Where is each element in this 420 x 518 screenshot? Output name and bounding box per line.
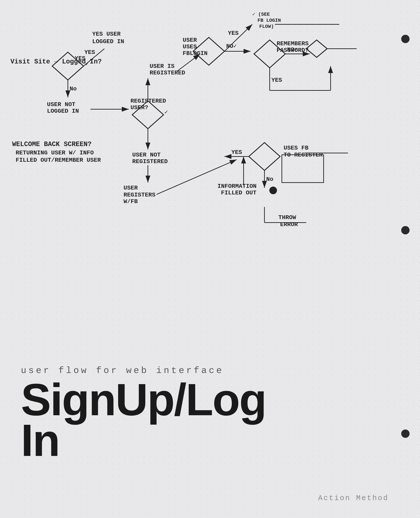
svg-text:No: No	[266, 176, 273, 183]
svg-text:No: No	[70, 86, 77, 92]
svg-text:NO✓: NO✓	[226, 43, 237, 50]
svg-text:WELCOME BACK SCREEN?: WELCOME BACK SCREEN?	[12, 141, 91, 148]
svg-rect-60	[282, 155, 324, 183]
svg-point-63	[269, 187, 277, 194]
svg-text:RETURNING USER W/ INFO: RETURNING USER W/ INFO	[16, 149, 94, 156]
svg-text:REGISTERED: REGISTERED	[132, 158, 168, 165]
svg-text:FLOW): FLOW)	[259, 24, 274, 29]
svg-text:USES: USES	[183, 44, 197, 50]
svg-text:YES: YES	[271, 77, 282, 83]
svg-text:✓: ✓	[165, 109, 168, 116]
action-method-label: Action Method	[318, 494, 389, 502]
svg-text:FILLED OUT/REMEMBER USER: FILLED OUT/REMEMBER USER	[16, 157, 101, 163]
svg-text:USER: USER	[124, 185, 138, 191]
svg-text:FILLED OUT: FILLED OUT	[221, 190, 256, 196]
svg-text:W/FB: W/FB	[124, 198, 138, 205]
svg-text:YES: YES	[231, 149, 242, 156]
svg-text:NO✓: NO✓	[287, 46, 298, 53]
svg-text:INFORMATION: INFORMATION	[218, 183, 256, 190]
svg-text:FB LOGIN: FB LOGIN	[257, 18, 281, 23]
svg-marker-52	[249, 143, 280, 170]
svg-text:USES FB: USES FB	[284, 145, 308, 151]
svg-text:LOGGED IN: LOGGED IN	[92, 38, 124, 45]
flowchart-diagram: .hw { font-family: 'Courier New', monosp…	[0, 0, 420, 278]
svg-text:YES: YES	[75, 55, 85, 62]
svg-text:FBLOGIN: FBLOGIN	[183, 50, 208, 57]
svg-text:USER NOT: USER NOT	[132, 152, 161, 158]
svg-text:ERROR: ERROR	[280, 221, 298, 228]
svg-text:LOGGED IN: LOGGED IN	[47, 108, 79, 114]
title-area: user flow for web interface SignUp/Log I…	[21, 365, 230, 461]
svg-text:REGISTERS: REGISTERS	[124, 192, 156, 198]
svg-text:REGISTERED: REGISTERED	[150, 70, 185, 76]
svg-marker-45	[306, 40, 327, 57]
svg-text:USER NOT: USER NOT	[47, 101, 75, 108]
main-title-text: SignUp/Log In	[21, 379, 230, 461]
svg-text:REMEMBERS: REMEMBERS	[277, 40, 309, 47]
svg-text:USER?: USER?	[130, 104, 148, 111]
svg-text:✓: ✓	[85, 61, 89, 67]
svg-text:YES: YES	[84, 49, 95, 56]
svg-text:✓ (SEE: ✓ (SEE	[252, 12, 270, 17]
svg-text:USER IS: USER IS	[150, 63, 174, 70]
svg-text:THROW: THROW	[278, 214, 296, 221]
svg-text:YES: YES	[228, 30, 239, 37]
binder-hole-bottom	[401, 429, 410, 438]
svg-text:YES USER: YES USER	[92, 31, 121, 37]
svg-text:USER: USER	[183, 37, 197, 44]
